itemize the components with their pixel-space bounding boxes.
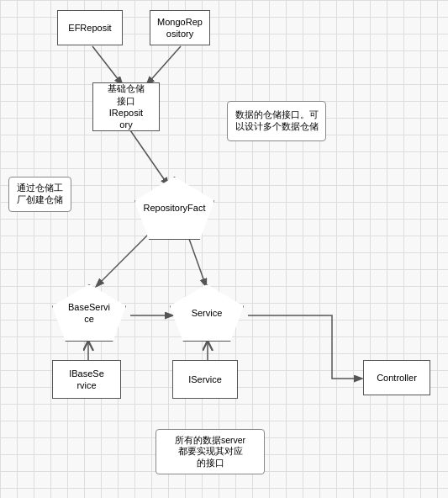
mongorepository-node: MongoRepository [150, 10, 210, 45]
baseservice-label: BaseService [68, 301, 110, 326]
irepository-label: 基础仓储接口IRepository [108, 82, 145, 130]
svg-line-0 [92, 46, 122, 84]
repositoryfact-inner: RepositoryFact [134, 177, 214, 240]
repositoryfact-node: RepositoryFact [134, 177, 214, 240]
ibaseservice-node: IBaseService [52, 360, 121, 399]
service-inner: Service [170, 284, 244, 342]
svg-line-1 [147, 46, 181, 84]
connections-layer [0, 0, 448, 498]
repositoryfact-label: RepositoryFact [144, 202, 206, 214]
controller-node: Controller [363, 360, 430, 395]
note-data-node: 数据的仓储接口。可以设计多个数据仓储 [227, 101, 326, 141]
service-label: Service [192, 307, 223, 319]
note-factory-node: 通过仓储工厂创建仓储 [8, 177, 71, 212]
efrepository-node: EFReposit [57, 10, 123, 45]
note-server-node: 所有的数据server都要实现其对应的接口 [155, 429, 265, 474]
diagram-canvas: EFReposit MongoRepository 基础仓储接口IReposit… [0, 0, 448, 498]
note-factory-label: 通过仓储工厂创建仓储 [17, 183, 63, 205]
note-data-label: 数据的仓储接口。可以设计多个数据仓储 [235, 109, 319, 132]
ibaseservice-label: IBaseService [69, 368, 104, 392]
service-node: Service [170, 284, 244, 342]
mongorepository-label: MongoRepository [157, 16, 203, 40]
baseservice-node: BaseService [52, 284, 126, 342]
note-server-label: 所有的数据server都要实现其对应的接口 [175, 435, 245, 469]
iservice-node: IService [172, 360, 238, 399]
efrepository-label: EFReposit [68, 22, 111, 34]
iservice-label: IService [188, 374, 222, 385]
baseservice-inner: BaseService [52, 284, 126, 342]
controller-label: Controller [377, 372, 417, 384]
irepository-node: 基础仓储接口IRepository [92, 82, 160, 131]
